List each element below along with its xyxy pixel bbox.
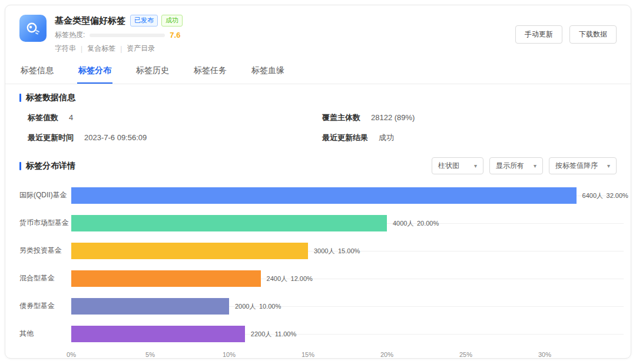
category-label: 另类投资基金 [19, 246, 71, 256]
page-header: 基金类型偏好标签 已发布成功 标签热度: 7.6 字符串|复合标签|资产目录 手… [5, 5, 631, 58]
select-value: 按标签值降序 [555, 161, 598, 171]
info-field-label: 覆盖主体数 [322, 113, 360, 122]
info-field-label: 标签值数 [28, 113, 58, 122]
chevron-down-icon: ▾ [534, 163, 536, 169]
x-axis-tick: 10% [223, 351, 236, 358]
category-label: 其他 [19, 329, 71, 339]
info-field-label: 最近更新时间 [28, 133, 74, 142]
page-title: 基金类型偏好标签 [55, 15, 125, 27]
status-badge: 已发布 [130, 15, 158, 27]
tag-heat-row: 标签热度: 7.6 [55, 30, 183, 40]
info-field: 标签值数4 [28, 112, 322, 123]
x-axis-tick: 30% [538, 351, 551, 358]
x-axis-tick: 15% [302, 351, 314, 358]
meta-tag: 字符串 [55, 44, 76, 54]
chevron-down-icon: ▾ [474, 163, 477, 169]
x-axis-tick: 20% [380, 351, 393, 358]
info-field-label: 最近更新结果 [322, 133, 368, 142]
meta-separator: | [81, 45, 82, 53]
category-label: 国际(QDII)基金 [19, 190, 71, 200]
x-axis-tick: 25% [459, 351, 472, 358]
section-accent-bar [19, 94, 21, 102]
category-label: 混合型基金 [19, 273, 71, 283]
bar[interactable] [71, 243, 308, 259]
chart-row: 国际(QDII)基金6400人 32.00% [19, 181, 624, 209]
select-value: 柱状图 [438, 161, 459, 171]
section-title-text: 标签数据信息 [26, 92, 75, 103]
meta-tag: 资产目录 [127, 44, 155, 54]
heat-progress-bar [90, 34, 165, 37]
meta-separator: | [120, 45, 122, 53]
bar-value-label: 2200人 11.00% [251, 329, 296, 338]
chart-row: 另类投资基金3000人 15.00% [19, 237, 624, 264]
chart-type-select[interactable]: 柱状图▾ [432, 157, 483, 174]
header-actions: 手动更新下载数据 [515, 25, 617, 44]
meta-tags: 字符串|复合标签|资产目录 [55, 44, 183, 54]
info-field-value: 28122 (89%) [371, 113, 415, 122]
info-field: 最近更新时间2023-7-6 09:56:09 [28, 133, 322, 143]
bar-area: 2200人 11.00% [71, 320, 624, 348]
header-info: 基金类型偏好标签 已发布成功 标签热度: 7.6 字符串|复合标签|资产目录 [55, 15, 183, 54]
info-field-value: 2023-7-6 09:56:09 [84, 133, 147, 142]
info-field-value: 成功 [379, 133, 394, 142]
bar-area: 2000人 10.00% [71, 292, 624, 320]
x-axis-tick: 5% [145, 351, 155, 358]
select-value: 显示所有 [496, 161, 524, 171]
chart-row: 混合型基金2400人 12.00% [19, 264, 624, 292]
sort-order-select[interactable]: 按标签值降序▾ [549, 157, 617, 174]
tag-data-info-section: 标签数据信息 标签值数4覆盖主体数28122 (89%)最近更新时间2023-7… [5, 84, 631, 143]
manual-update-button[interactable]: 手动更新 [515, 25, 562, 44]
bar[interactable] [71, 298, 229, 315]
section-title-data-info: 标签数据信息 [19, 92, 617, 103]
bar-value-label: 2000人 10.00% [235, 302, 281, 310]
chevron-down-icon: ▾ [607, 163, 610, 169]
bar[interactable] [71, 215, 387, 231]
title-badges: 已发布成功 [130, 15, 183, 27]
tab-tag-info[interactable]: 标签信息 [19, 59, 55, 84]
info-field-value: 4 [69, 113, 73, 122]
bar-area: 6400人 32.00% [71, 181, 624, 209]
section-title-text: 标签分布详情 [26, 161, 75, 171]
section-accent-bar [19, 162, 21, 170]
heat-value: 7.6 [170, 31, 180, 39]
status-badge: 成功 [161, 15, 183, 27]
category-label: 货币市场型基金 [19, 218, 71, 228]
meta-tag: 复合标签 [87, 44, 115, 54]
chart-section-header: 标签分布详情 柱状图▾显示所有▾按标签值降序▾ [5, 149, 631, 174]
tab-tag-distribution[interactable]: 标签分布 [77, 59, 112, 84]
download-data-button[interactable]: 下载数据 [569, 25, 617, 44]
heat-label: 标签热度: [55, 30, 85, 40]
bar-area: 2400人 12.00% [71, 264, 624, 292]
bar-area: 3000人 15.00% [71, 237, 624, 264]
tag-detail-card: 基金类型偏好标签 已发布成功 标签热度: 7.6 字符串|复合标签|资产目录 手… [5, 5, 631, 359]
chart-row: 其他2200人 11.00% [19, 320, 624, 348]
bar[interactable] [71, 270, 261, 287]
bar-value-label: 2400人 12.00% [267, 274, 313, 283]
bar[interactable] [71, 326, 245, 342]
info-grid: 标签值数4覆盖主体数28122 (89%)最近更新时间2023-7-6 09:5… [28, 112, 617, 143]
category-label: 债券型基金 [19, 301, 71, 311]
tag-logo-icon [19, 15, 47, 42]
tab-tag-lineage[interactable]: 标签血缘 [250, 59, 286, 84]
bar-chart: 国际(QDII)基金6400人 32.00%货币市场型基金4000人 20.00… [5, 181, 631, 348]
x-axis-tick: 0% [67, 351, 76, 358]
tab-bar: 标签信息标签分布标签历史标签任务标签血缘 [5, 59, 631, 84]
bar-value-label: 3000人 15.00% [314, 246, 360, 255]
info-field: 覆盖主体数28122 (89%) [322, 112, 617, 123]
bar-value-label: 4000人 20.00% [393, 219, 439, 227]
info-field: 最近更新结果成功 [322, 133, 617, 143]
x-axis: 0%5%10%15%20%25%30% [71, 349, 624, 359]
bar-value-label: 6400人 32.00% [582, 191, 628, 200]
display-filter-select[interactable]: 显示所有▾ [489, 157, 543, 174]
chart-row: 货币市场型基金4000人 20.00% [19, 209, 624, 237]
tab-tag-tasks[interactable]: 标签任务 [193, 59, 228, 84]
section-title-distribution: 标签分布详情 [19, 161, 75, 171]
tab-tag-history[interactable]: 标签历史 [135, 59, 170, 84]
bar[interactable] [71, 187, 577, 204]
chart-row: 债券型基金2000人 10.00% [19, 292, 624, 320]
chart-controls: 柱状图▾显示所有▾按标签值降序▾ [432, 157, 617, 174]
bar-area: 4000人 20.00% [71, 209, 624, 237]
